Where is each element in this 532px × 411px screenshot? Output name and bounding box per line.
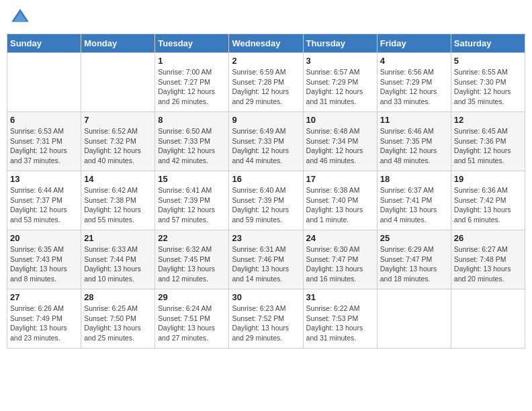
- day-info: Sunrise: 6:40 AM Sunset: 7:39 PM Dayligh…: [232, 185, 300, 225]
- day-info: Sunrise: 6:31 AM Sunset: 7:46 PM Dayligh…: [232, 244, 300, 284]
- calendar-cell: 17Sunrise: 6:38 AM Sunset: 7:40 PM Dayli…: [303, 171, 377, 230]
- day-number: 27: [10, 292, 78, 302]
- day-number: 26: [454, 233, 522, 243]
- calendar-week-row: 6Sunrise: 6:53 AM Sunset: 7:31 PM Daylig…: [7, 112, 525, 171]
- calendar-week-row: 20Sunrise: 6:35 AM Sunset: 7:43 PM Dayli…: [7, 230, 525, 289]
- calendar-cell: 20Sunrise: 6:35 AM Sunset: 7:43 PM Dayli…: [7, 230, 81, 289]
- day-of-week-header: Monday: [81, 34, 155, 53]
- day-info: Sunrise: 6:45 AM Sunset: 7:36 PM Dayligh…: [454, 126, 522, 166]
- day-info: Sunrise: 6:26 AM Sunset: 7:49 PM Dayligh…: [10, 304, 78, 343]
- calendar-cell: 2Sunrise: 6:59 AM Sunset: 7:28 PM Daylig…: [229, 53, 303, 112]
- day-number: 9: [232, 115, 300, 125]
- day-info: Sunrise: 7:00 AM Sunset: 7:27 PM Dayligh…: [158, 67, 226, 107]
- day-number: 25: [380, 233, 448, 243]
- calendar-cell: 14Sunrise: 6:42 AM Sunset: 7:38 PM Dayli…: [81, 171, 155, 230]
- calendar-cell: 15Sunrise: 6:41 AM Sunset: 7:39 PM Dayli…: [155, 171, 229, 230]
- day-info: Sunrise: 6:49 AM Sunset: 7:33 PM Dayligh…: [232, 126, 300, 166]
- day-info: Sunrise: 6:32 AM Sunset: 7:45 PM Dayligh…: [158, 244, 226, 284]
- day-number: 17: [306, 174, 374, 184]
- day-of-week-header: Friday: [377, 34, 451, 53]
- calendar-cell: 1Sunrise: 7:00 AM Sunset: 7:27 PM Daylig…: [155, 53, 229, 112]
- day-number: 8: [158, 115, 226, 125]
- day-number: 15: [158, 174, 226, 184]
- day-number: 5: [454, 56, 522, 66]
- logo: [9, 7, 34, 28]
- day-info: Sunrise: 6:38 AM Sunset: 7:40 PM Dayligh…: [306, 185, 374, 225]
- calendar-cell: 31Sunrise: 6:22 AM Sunset: 7:53 PM Dayli…: [303, 289, 377, 349]
- day-info: Sunrise: 6:52 AM Sunset: 7:32 PM Dayligh…: [84, 126, 152, 166]
- calendar-cell: 23Sunrise: 6:31 AM Sunset: 7:46 PM Dayli…: [229, 230, 303, 289]
- day-number: 30: [232, 292, 300, 302]
- calendar-cell: [377, 289, 451, 349]
- day-of-week-header: Tuesday: [155, 34, 229, 53]
- calendar-cell: 6Sunrise: 6:53 AM Sunset: 7:31 PM Daylig…: [7, 112, 81, 171]
- page-header: [7, 7, 525, 28]
- day-number: 20: [10, 233, 78, 243]
- calendar-cell: 9Sunrise: 6:49 AM Sunset: 7:33 PM Daylig…: [229, 112, 303, 171]
- calendar-cell: 4Sunrise: 6:56 AM Sunset: 7:29 PM Daylig…: [377, 53, 451, 112]
- day-number: 7: [84, 115, 152, 125]
- calendar-header-row: SundayMondayTuesdayWednesdayThursdayFrid…: [7, 34, 525, 53]
- day-number: 21: [84, 233, 152, 243]
- day-number: 28: [84, 292, 152, 302]
- day-number: 10: [306, 115, 374, 125]
- calendar-cell: 5Sunrise: 6:55 AM Sunset: 7:30 PM Daylig…: [451, 53, 525, 112]
- day-number: 13: [10, 174, 78, 184]
- day-of-week-header: Thursday: [303, 34, 377, 53]
- calendar-cell: [81, 53, 155, 112]
- day-number: 22: [158, 233, 226, 243]
- day-number: 31: [306, 292, 374, 302]
- calendar-cell: 22Sunrise: 6:32 AM Sunset: 7:45 PM Dayli…: [155, 230, 229, 289]
- day-number: 1: [158, 56, 226, 66]
- day-info: Sunrise: 6:25 AM Sunset: 7:50 PM Dayligh…: [84, 304, 152, 343]
- day-info: Sunrise: 6:50 AM Sunset: 7:33 PM Dayligh…: [158, 126, 226, 166]
- day-number: 24: [306, 233, 374, 243]
- day-number: 29: [158, 292, 226, 302]
- calendar-cell: 18Sunrise: 6:37 AM Sunset: 7:41 PM Dayli…: [377, 171, 451, 230]
- day-number: 4: [380, 56, 448, 66]
- day-info: Sunrise: 6:23 AM Sunset: 7:52 PM Dayligh…: [232, 304, 300, 343]
- day-number: 23: [232, 233, 300, 243]
- day-info: Sunrise: 6:42 AM Sunset: 7:38 PM Dayligh…: [84, 185, 152, 225]
- calendar-cell: 21Sunrise: 6:33 AM Sunset: 7:44 PM Dayli…: [81, 230, 155, 289]
- calendar-week-row: 13Sunrise: 6:44 AM Sunset: 7:37 PM Dayli…: [7, 171, 525, 230]
- day-info: Sunrise: 6:41 AM Sunset: 7:39 PM Dayligh…: [158, 185, 226, 225]
- calendar-cell: [7, 53, 81, 112]
- day-number: 3: [306, 56, 374, 66]
- day-info: Sunrise: 6:30 AM Sunset: 7:47 PM Dayligh…: [306, 244, 374, 284]
- day-info: Sunrise: 6:27 AM Sunset: 7:48 PM Dayligh…: [454, 244, 522, 284]
- day-info: Sunrise: 6:46 AM Sunset: 7:35 PM Dayligh…: [380, 126, 448, 166]
- calendar-cell: 11Sunrise: 6:46 AM Sunset: 7:35 PM Dayli…: [377, 112, 451, 171]
- logo-icon: [9, 7, 31, 28]
- day-number: 11: [380, 115, 448, 125]
- calendar-cell: 12Sunrise: 6:45 AM Sunset: 7:36 PM Dayli…: [451, 112, 525, 171]
- day-number: 18: [380, 174, 448, 184]
- day-number: 14: [84, 174, 152, 184]
- day-info: Sunrise: 6:35 AM Sunset: 7:43 PM Dayligh…: [10, 244, 78, 284]
- calendar-cell: 29Sunrise: 6:24 AM Sunset: 7:51 PM Dayli…: [155, 289, 229, 349]
- calendar-cell: 24Sunrise: 6:30 AM Sunset: 7:47 PM Dayli…: [303, 230, 377, 289]
- calendar-cell: 10Sunrise: 6:48 AM Sunset: 7:34 PM Dayli…: [303, 112, 377, 171]
- day-info: Sunrise: 6:22 AM Sunset: 7:53 PM Dayligh…: [306, 304, 374, 343]
- calendar-cell: 30Sunrise: 6:23 AM Sunset: 7:52 PM Dayli…: [229, 289, 303, 349]
- day-info: Sunrise: 6:44 AM Sunset: 7:37 PM Dayligh…: [10, 185, 78, 225]
- day-of-week-header: Sunday: [7, 34, 81, 53]
- day-number: 2: [232, 56, 300, 66]
- calendar-cell: 28Sunrise: 6:25 AM Sunset: 7:50 PM Dayli…: [81, 289, 155, 349]
- day-info: Sunrise: 6:24 AM Sunset: 7:51 PM Dayligh…: [158, 304, 226, 343]
- day-info: Sunrise: 6:48 AM Sunset: 7:34 PM Dayligh…: [306, 126, 374, 166]
- day-info: Sunrise: 6:56 AM Sunset: 7:29 PM Dayligh…: [380, 67, 448, 107]
- day-info: Sunrise: 6:33 AM Sunset: 7:44 PM Dayligh…: [84, 244, 152, 284]
- calendar-cell: 27Sunrise: 6:26 AM Sunset: 7:49 PM Dayli…: [7, 289, 81, 349]
- calendar-cell: 13Sunrise: 6:44 AM Sunset: 7:37 PM Dayli…: [7, 171, 81, 230]
- day-number: 16: [232, 174, 300, 184]
- day-number: 12: [454, 115, 522, 125]
- day-info: Sunrise: 6:36 AM Sunset: 7:42 PM Dayligh…: [454, 185, 522, 225]
- day-of-week-header: Wednesday: [229, 34, 303, 53]
- calendar-cell: 19Sunrise: 6:36 AM Sunset: 7:42 PM Dayli…: [451, 171, 525, 230]
- calendar-cell: 26Sunrise: 6:27 AM Sunset: 7:48 PM Dayli…: [451, 230, 525, 289]
- day-info: Sunrise: 6:37 AM Sunset: 7:41 PM Dayligh…: [380, 185, 448, 225]
- calendar-cell: [451, 289, 525, 349]
- calendar-table: SundayMondayTuesdayWednesdayThursdayFrid…: [7, 34, 525, 349]
- day-info: Sunrise: 6:55 AM Sunset: 7:30 PM Dayligh…: [454, 67, 522, 107]
